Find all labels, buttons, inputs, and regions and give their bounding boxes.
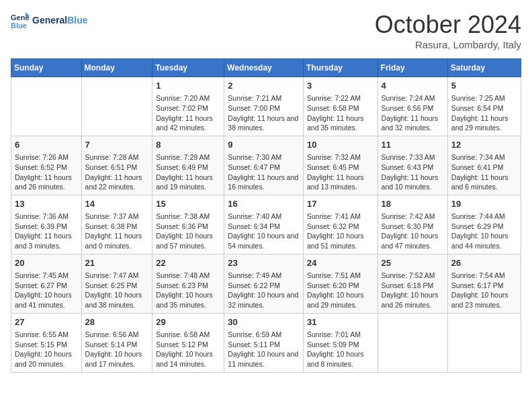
logo-general: General (32, 15, 67, 26)
day-info-line: Sunrise: 6:59 AM (228, 330, 300, 340)
day-info-line: Sunset: 6:30 PM (382, 222, 444, 232)
day-info-line: Sunrise: 7:40 AM (228, 212, 300, 222)
day-number: 3 (307, 80, 374, 92)
day-of-week-header: Sunday (11, 59, 82, 77)
day-info-line: Daylight: 10 hours and 26 minutes. (382, 290, 444, 310)
day-info-line: Sunset: 6:58 PM (307, 103, 374, 113)
day-of-week-header: Thursday (303, 59, 378, 77)
calendar-day-cell: 25Sunrise: 7:52 AMSunset: 6:18 PMDayligh… (378, 254, 447, 313)
calendar-day-cell: 12Sunrise: 7:34 AMSunset: 6:41 PMDayligh… (447, 136, 521, 195)
calendar-day-cell: 15Sunrise: 7:38 AMSunset: 6:36 PMDayligh… (152, 195, 224, 254)
day-info-line: Daylight: 11 hours and 38 minutes. (228, 113, 300, 133)
day-info-line: Sunset: 6:52 PM (15, 163, 78, 173)
calendar-day-cell (447, 313, 521, 372)
day-info-line: Sunset: 6:51 PM (85, 163, 149, 173)
day-info-line: Daylight: 11 hours and 0 minutes. (85, 231, 149, 250)
day-number: 9 (228, 139, 300, 151)
day-info-line: Sunrise: 7:22 AM (307, 93, 374, 103)
day-info-line: Sunset: 6:56 PM (382, 103, 444, 113)
day-info-line: Daylight: 10 hours and 54 minutes. (228, 231, 300, 250)
day-info-line: Sunrise: 7:36 AM (15, 212, 78, 222)
calendar-day-cell: 9Sunrise: 7:30 AMSunset: 6:47 PMDaylight… (224, 136, 304, 195)
day-info-line: Sunrise: 7:33 AM (382, 152, 444, 163)
day-number: 23 (228, 257, 300, 269)
day-number: 13 (15, 198, 78, 210)
day-info-line: Daylight: 10 hours and 14 minutes. (156, 349, 220, 369)
day-info-line: Sunrise: 7:42 AM (382, 212, 444, 222)
day-info-line: Daylight: 11 hours and 29 minutes. (451, 113, 517, 133)
day-info-line: Daylight: 10 hours and 35 minutes. (156, 290, 220, 310)
day-info-line: Sunrise: 7:47 AM (85, 271, 149, 281)
day-info-line: Sunset: 7:00 PM (228, 103, 300, 113)
day-info-line: Daylight: 11 hours and 13 minutes. (307, 173, 374, 192)
calendar-week-row: 13Sunrise: 7:36 AMSunset: 6:39 PMDayligh… (11, 195, 521, 254)
day-number: 26 (451, 257, 517, 269)
month-title: October 2024 (375, 11, 521, 39)
day-info-line: Sunset: 6:25 PM (85, 281, 149, 291)
day-info-line: Sunrise: 7:54 AM (451, 271, 517, 281)
day-info-line: Sunrise: 7:20 AM (156, 93, 220, 103)
calendar-day-cell: 18Sunrise: 7:42 AMSunset: 6:30 PMDayligh… (378, 195, 447, 254)
day-info-line: Sunrise: 7:45 AM (15, 271, 78, 281)
calendar-day-cell: 23Sunrise: 7:49 AMSunset: 6:22 PMDayligh… (224, 254, 304, 313)
day-info-line: Sunset: 6:20 PM (307, 281, 374, 291)
day-info-line: Sunset: 6:32 PM (307, 222, 374, 232)
day-info-line: Sunrise: 7:52 AM (382, 271, 444, 281)
day-number: 4 (382, 80, 444, 92)
page-header: General Blue GeneralBlue October 2024 Ra… (11, 11, 521, 50)
day-info-line: Daylight: 10 hours and 51 minutes. (307, 231, 374, 250)
day-info-line: Sunset: 6:36 PM (156, 222, 220, 232)
day-info-line: Sunset: 6:34 PM (228, 222, 300, 232)
calendar-day-cell: 14Sunrise: 7:37 AMSunset: 6:38 PMDayligh… (81, 195, 152, 254)
day-info-line: Daylight: 11 hours and 3 minutes. (15, 231, 78, 250)
day-info-line: Daylight: 11 hours and 19 minutes. (156, 173, 220, 192)
day-info-line: Sunset: 6:45 PM (307, 163, 374, 173)
day-of-week-header: Friday (378, 59, 447, 77)
calendar-week-row: 27Sunrise: 6:55 AMSunset: 5:15 PMDayligh… (11, 313, 521, 372)
day-info-line: Sunset: 6:39 PM (15, 222, 78, 232)
day-info-line: Daylight: 11 hours and 22 minutes. (85, 173, 149, 192)
day-info-line: Sunrise: 7:38 AM (156, 212, 220, 222)
calendar-day-cell: 4Sunrise: 7:24 AMSunset: 6:56 PMDaylight… (378, 77, 447, 136)
calendar-day-cell (11, 77, 82, 136)
day-info-line: Daylight: 11 hours and 16 minutes. (228, 173, 300, 192)
day-info-line: Sunset: 6:29 PM (451, 222, 517, 232)
calendar-day-cell: 8Sunrise: 7:29 AMSunset: 6:49 PMDaylight… (152, 136, 224, 195)
day-info-line: Sunrise: 7:41 AM (307, 212, 374, 222)
title-block: October 2024 Rasura, Lombardy, Italy (375, 11, 521, 50)
day-number: 14 (85, 198, 149, 210)
day-number: 19 (451, 198, 517, 210)
day-info-line: Daylight: 11 hours and 42 minutes. (156, 113, 220, 133)
calendar-day-cell: 28Sunrise: 6:56 AMSunset: 5:14 PMDayligh… (81, 313, 152, 372)
day-info-line: Daylight: 10 hours and 32 minutes. (228, 290, 300, 310)
calendar-day-cell: 6Sunrise: 7:26 AMSunset: 6:52 PMDaylight… (11, 136, 82, 195)
day-number: 11 (382, 139, 444, 151)
calendar-day-cell: 21Sunrise: 7:47 AMSunset: 6:25 PMDayligh… (81, 254, 152, 313)
day-info-line: Sunrise: 7:21 AM (228, 93, 300, 103)
day-number: 8 (156, 139, 220, 151)
day-info-line: Sunrise: 7:30 AM (228, 152, 300, 163)
day-number: 17 (307, 198, 374, 210)
day-info-line: Daylight: 10 hours and 57 minutes. (156, 231, 220, 250)
calendar-day-cell: 16Sunrise: 7:40 AMSunset: 6:34 PMDayligh… (224, 195, 304, 254)
day-info-line: Sunrise: 7:25 AM (451, 93, 517, 103)
day-number: 7 (85, 139, 149, 151)
day-number: 22 (156, 257, 220, 269)
day-info-line: Sunrise: 7:49 AM (228, 271, 300, 281)
day-info-line: Sunrise: 7:48 AM (156, 271, 220, 281)
calendar-day-cell: 26Sunrise: 7:54 AMSunset: 6:17 PMDayligh… (447, 254, 521, 313)
calendar-day-cell: 27Sunrise: 6:55 AMSunset: 5:15 PMDayligh… (11, 313, 82, 372)
logo-text: GeneralBlue (32, 15, 87, 26)
day-info-line: Sunset: 6:18 PM (382, 281, 444, 291)
calendar-day-cell: 31Sunrise: 7:01 AMSunset: 5:09 PMDayligh… (303, 313, 378, 372)
day-info-line: Sunset: 5:09 PM (307, 340, 374, 350)
day-number: 28 (85, 316, 149, 328)
day-of-week-header: Tuesday (152, 59, 224, 77)
calendar-table: SundayMondayTuesdayWednesdayThursdayFrid… (11, 58, 521, 373)
day-number: 6 (15, 139, 78, 151)
calendar-day-cell: 5Sunrise: 7:25 AMSunset: 6:54 PMDaylight… (447, 77, 521, 136)
day-number: 31 (307, 316, 374, 328)
day-number: 25 (382, 257, 444, 269)
calendar-day-cell (378, 313, 447, 372)
svg-text:Blue: Blue (11, 21, 27, 30)
